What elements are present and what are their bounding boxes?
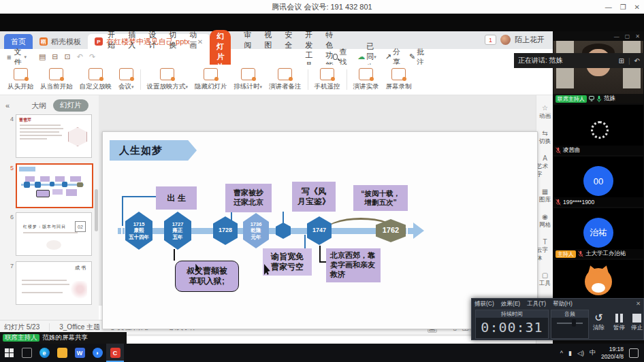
ribbon-hide-slide[interactable]: 隐藏幻灯片	[191, 68, 231, 91]
ribbon-setup-show[interactable]: 设置放映方式▾	[144, 68, 192, 91]
maximize-icon[interactable]: ❐	[620, 3, 626, 11]
comment-button[interactable]: ✎批注	[409, 47, 424, 67]
ribbon-speaker-notes[interactable]: 演讲者备注	[265, 68, 305, 91]
panel-cloudfont[interactable]: T云字体	[536, 238, 553, 263]
section-number-box: 02	[75, 221, 86, 232]
ime-indicator[interactable]: 中	[590, 348, 596, 357]
ribbon-from-beginning[interactable]: 从头开始	[4, 68, 37, 91]
panel-minimize-icon[interactable]: —	[614, 33, 619, 39]
theme-name[interactable]: 3_Office 主题	[59, 323, 100, 332]
gallery-view-icon[interactable]: ⊞	[619, 57, 624, 65]
wps-app[interactable]: W	[71, 344, 88, 362]
phone-remote-icon	[320, 68, 334, 80]
panel-grid[interactable]: ◉网格	[536, 213, 553, 229]
ribbon-phone-remote[interactable]: 手机遥控	[311, 68, 344, 91]
slide-title-banner: 人生如梦	[110, 140, 197, 161]
duration-box: 持续时间 0:00:31	[475, 310, 549, 339]
find-label: 查找	[340, 47, 349, 67]
undo-icon[interactable]: ↶	[77, 52, 83, 61]
recorder-menu-tools[interactable]: 工具(T)	[527, 300, 546, 308]
share-label: 分享	[393, 47, 400, 67]
recorder-menu-capture[interactable]: 捕获(C)	[474, 300, 494, 308]
ribbon-screen-record[interactable]: 屏幕录制	[383, 68, 415, 91]
toolbox-icon: ▢	[542, 272, 548, 279]
pause-button[interactable]: 暂停	[613, 312, 625, 332]
task-view-button[interactable]	[18, 344, 35, 362]
recorder-menu-effects[interactable]: 效果(E)	[501, 300, 520, 308]
notification-badge[interactable]: 1	[485, 35, 496, 45]
task-view-icon	[22, 348, 32, 358]
video-tile[interactable]: 联席主持人 范姝	[553, 41, 643, 103]
meeting-app[interactable]: ◗	[88, 344, 106, 362]
slide-number: 4	[0, 114, 16, 158]
slide-number: 6	[0, 212, 16, 256]
event-edict-pardon: 谕旨宽免 曹家亏空	[263, 248, 312, 276]
stop-button[interactable]: 停止	[631, 312, 643, 332]
tab-slides-active[interactable]: 幻灯片	[53, 99, 88, 112]
find-button[interactable]: 查找	[333, 47, 349, 67]
minimize-icon[interactable]: —	[605, 3, 612, 11]
edge-browser[interactable]: e	[35, 344, 53, 362]
video-tile[interactable]: 凌茜曲	[553, 105, 643, 155]
mic-muted-icon	[556, 199, 561, 206]
volume-icon[interactable]: ◁)	[577, 350, 584, 357]
ribbon-label: 设置放映方式	[147, 82, 186, 91]
collapse-panel-icon[interactable]: «	[5, 101, 10, 110]
ribbon-custom-show[interactable]: 自定义放映	[76, 68, 116, 91]
speaker-notes-icon	[278, 68, 292, 80]
save-icon[interactable]: ▤	[39, 52, 46, 61]
participant-name: 199****1900	[563, 199, 594, 205]
slide-thumbnail-6[interactable]: 红楼梦：版本与回目 02	[16, 212, 92, 256]
panel-animation[interactable]: ☆动画	[536, 104, 553, 120]
panel-gallery[interactable]: ▦图库	[536, 188, 553, 204]
close-icon[interactable]: ✕	[634, 3, 640, 11]
tab-docer-templates[interactable]: 稻 稻壳模板	[33, 34, 88, 49]
ribbon-label: 屏幕录制	[386, 82, 412, 91]
recorder-app-active[interactable]: C	[106, 344, 124, 362]
clock[interactable]: 19:18 2020/4/8	[601, 346, 624, 359]
chevron-down-icon: ▾	[24, 54, 27, 60]
file-menu[interactable]: ≡ 文件 ▾	[0, 47, 32, 67]
file-explorer[interactable]	[53, 344, 71, 362]
preview-icon[interactable]: ⊡	[65, 52, 71, 61]
connector-line	[319, 246, 321, 263]
thumbnail-scrollbar[interactable]	[95, 189, 98, 231]
panel-wordart[interactable]: A艺术字	[536, 154, 553, 179]
video-tile[interactable]: 00 199****1900	[553, 157, 643, 207]
windows-icon	[5, 348, 14, 357]
audio-level-slider[interactable]	[557, 323, 583, 324]
battery-icon[interactable]: ▮	[568, 350, 572, 357]
ribbon-lecture-record[interactable]: 演讲实录	[350, 68, 383, 91]
redo-icon[interactable]: ↷	[89, 52, 95, 61]
ribbon-label: 从头开始	[7, 82, 33, 91]
wordart-icon: A	[543, 154, 547, 162]
video-tile[interactable]: 治祐 主持人 土大学工办治祐	[553, 208, 643, 259]
account-name[interactable]: 陌上花开	[515, 35, 545, 45]
print-icon[interactable]: ⊟	[52, 52, 58, 61]
event-uncle-jailed: 叔父曹頫被 革职入狱;	[175, 261, 239, 292]
ribbon-separator	[140, 69, 141, 90]
slide-thumbnail-4[interactable]: 曹雪芹	[16, 114, 92, 158]
share-button[interactable]: ↗分享	[385, 47, 400, 67]
avatar[interactable]	[500, 35, 511, 45]
slide-thumbnail-5-selected[interactable]	[16, 163, 93, 208]
back-arrow-icon[interactable]: ↶	[634, 57, 640, 65]
ribbon-from-current[interactable]: 从当前开始	[37, 68, 76, 91]
panel-tools[interactable]: ▢工具	[536, 272, 553, 288]
panel-close-icon[interactable]: ✕	[635, 33, 640, 39]
tab-outline[interactable]: 大纲	[31, 101, 46, 111]
recorder-menu-help[interactable]: 帮助(H)	[553, 300, 573, 308]
start-button[interactable]	[0, 344, 18, 362]
tray-expand-icon[interactable]: ^	[560, 350, 563, 357]
ribbon-rehearse-timing[interactable]: 排练计时▾	[231, 68, 266, 91]
panel-layout-icon[interactable]: ▢	[625, 33, 630, 39]
connector-line	[122, 196, 123, 226]
ribbon-meeting[interactable]: 会议▾	[115, 68, 138, 91]
panel-transition[interactable]: ⇆切换	[536, 129, 553, 146]
duration-value: 0:00:31	[476, 318, 548, 337]
recorder-close-icon[interactable]: ✕	[636, 300, 641, 308]
clear-button[interactable]: ↺ 清除	[593, 312, 605, 332]
notification-center-icon[interactable]	[629, 348, 639, 358]
screen: 腾讯会议 会议号: 191 432 801 — ❐ ✕ 首页 稻 稻壳模板 P …	[0, 0, 644, 362]
slide-thumbnail-7[interactable]: 成 书	[16, 261, 92, 305]
